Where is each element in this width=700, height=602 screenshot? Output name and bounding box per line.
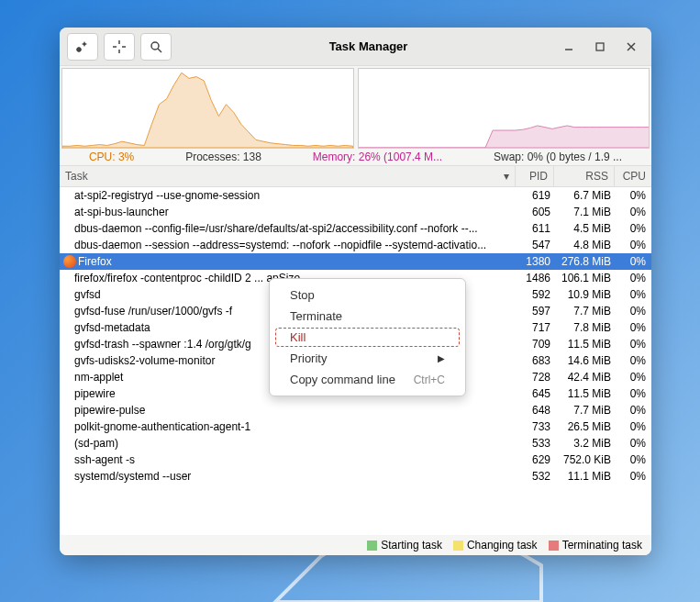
stats-bar: CPU: 3% Processes: 138 Memory: 26% (1007… [60, 149, 651, 165]
shortcut-label: Ctrl+C [414, 373, 445, 386]
column-cpu[interactable]: CPU [615, 166, 651, 186]
pid-cell: 592 [516, 288, 554, 301]
cpu-cell: 0% [615, 387, 651, 400]
table-row[interactable]: ssh-agent -s629752.0 KiB0% [60, 452, 651, 468]
rss-cell: 752.0 KiB [554, 453, 615, 466]
pid-cell: 645 [516, 387, 554, 400]
cpu-cell: 0% [615, 354, 651, 367]
red-square-icon [549, 541, 559, 551]
svg-point-1 [151, 42, 159, 50]
pid-cell: 717 [516, 321, 554, 334]
pid-cell: 733 [516, 420, 554, 433]
svg-rect-2 [596, 43, 604, 50]
table-row[interactable]: Firefox1380276.8 MiB0% [60, 253, 651, 270]
cpu-cell: 0% [615, 255, 651, 268]
menu-kill[interactable]: Kill [270, 327, 465, 348]
settings-button[interactable] [67, 33, 98, 61]
rss-cell: 10.9 MiB [554, 288, 615, 301]
window-title: Task Manager [177, 39, 560, 53]
pid-cell: 611 [516, 222, 554, 235]
table-row[interactable]: pipewire-pulse6487.7 MiB0% [60, 402, 651, 418]
pid-cell: 533 [516, 437, 554, 450]
process-count-stat: Processes: 138 [185, 150, 261, 163]
legend-terminating: Terminating task [549, 539, 642, 552]
memory-chart [358, 68, 650, 149]
green-square-icon [367, 541, 377, 551]
rss-cell: 7.8 MiB [554, 321, 615, 334]
chevron-right-icon: ▶ [438, 353, 445, 363]
rss-cell: 11.5 MiB [554, 387, 615, 400]
table-row[interactable]: dbus-daemon --config-file=/usr/share/def… [60, 220, 651, 237]
pid-cell: 547 [516, 239, 554, 251]
rss-cell: 11.1 MiB [554, 470, 615, 483]
rss-cell: 4.5 MiB [554, 222, 615, 235]
table-row[interactable]: polkit-gnome-authentication-agent-173326… [60, 418, 651, 435]
cpu-cell: 0% [615, 338, 651, 351]
memory-stat: Memory: 26% (1007.4 M... [313, 150, 442, 163]
cpu-cell: 0% [615, 239, 651, 251]
rss-cell: 7.1 MiB [554, 206, 615, 218]
minimize-icon [563, 41, 574, 52]
task-cell: dbus-daemon --session --address=systemd:… [60, 239, 516, 251]
pid-cell: 532 [516, 470, 554, 483]
crosshair-icon [112, 39, 127, 54]
table-row[interactable]: systemd/systemd --user53211.1 MiB0% [60, 468, 651, 485]
cpu-cell: 0% [615, 470, 651, 483]
search-icon [149, 39, 163, 54]
pid-cell: 648 [516, 404, 554, 417]
swap-stat: Swap: 0% (0 bytes / 1.9 ... [494, 150, 622, 163]
titlebar: Task Manager [60, 28, 651, 66]
column-task[interactable]: Task ▾ [60, 166, 516, 186]
menu-priority[interactable]: Priority ▶ [270, 348, 465, 369]
rss-cell: 7.7 MiB [554, 305, 615, 318]
cpu-cell: 0% [615, 272, 651, 284]
rss-cell: 7.7 MiB [554, 404, 615, 417]
minimize-button[interactable] [560, 38, 578, 56]
pid-cell: 605 [516, 206, 554, 218]
task-cell: dbus-daemon --config-file=/usr/share/def… [60, 222, 516, 235]
maximize-button[interactable] [591, 38, 609, 56]
cpu-cell: 0% [615, 189, 651, 202]
cpu-cell: 0% [615, 420, 651, 433]
rss-cell: 4.8 MiB [554, 239, 615, 251]
legend-starting: Starting task [367, 539, 442, 552]
cpu-cell: 0% [615, 321, 651, 334]
cpu-cell: 0% [615, 222, 651, 235]
pid-cell: 709 [516, 338, 554, 351]
rss-cell: 3.2 MiB [554, 437, 615, 450]
target-button[interactable] [104, 33, 135, 61]
table-row[interactable]: dbus-daemon --session --address=systemd:… [60, 237, 651, 253]
rss-cell: 276.8 MiB [554, 255, 615, 268]
context-menu: Stop Terminate Kill Priority ▶ Copy comm… [269, 278, 466, 396]
cpu-cell: 0% [615, 453, 651, 466]
task-cell: polkit-gnome-authentication-agent-1 [60, 420, 516, 433]
rss-cell: 106.1 MiB [554, 272, 615, 284]
search-button[interactable] [140, 33, 172, 61]
menu-copy-command-line[interactable]: Copy command line Ctrl+C [270, 369, 465, 390]
pid-cell: 728 [516, 371, 554, 384]
wrench-icon [75, 39, 90, 54]
yellow-square-icon [453, 541, 463, 551]
rss-cell: 11.5 MiB [554, 338, 615, 351]
task-cell: ssh-agent -s [60, 453, 516, 466]
menu-terminate[interactable]: Terminate [270, 306, 465, 327]
sort-indicator-icon: ▾ [504, 170, 509, 183]
task-cell: at-spi2-registryd --use-gnome-session [60, 189, 516, 202]
table-row[interactable]: (sd-pam)5333.2 MiB0% [60, 435, 651, 452]
close-button[interactable] [622, 38, 640, 56]
legend: Starting task Changing task Terminating … [60, 535, 651, 555]
pid-cell: 1380 [516, 255, 554, 268]
menu-stop[interactable]: Stop [270, 284, 465, 306]
task-cell: (sd-pam) [60, 437, 516, 450]
task-cell: Firefox [60, 255, 516, 268]
table-row[interactable]: at-spi-bus-launcher6057.1 MiB0% [60, 204, 651, 220]
legend-changing: Changing task [453, 539, 538, 552]
pid-cell: 1486 [516, 272, 554, 284]
pid-cell: 629 [516, 453, 554, 466]
column-pid[interactable]: PID [516, 166, 554, 186]
cpu-cell: 0% [615, 305, 651, 318]
rss-cell: 42.4 MiB [554, 371, 615, 384]
task-cell: pipewire-pulse [60, 404, 516, 417]
column-rss[interactable]: RSS [554, 166, 615, 186]
table-row[interactable]: at-spi2-registryd --use-gnome-session619… [60, 187, 651, 204]
